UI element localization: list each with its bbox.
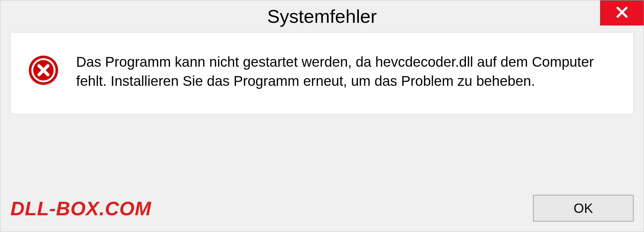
close-button[interactable] — [600, 0, 644, 25]
error-dialog: Systemfehler Das Programm kann nicht ges… — [0, 0, 644, 232]
error-message: Das Programm kann nicht gestartet werden… — [76, 53, 616, 91]
error-icon — [28, 53, 59, 88]
ok-button[interactable]: OK — [533, 195, 634, 222]
content-area: Das Programm kann nicht gestartet werden… — [10, 32, 634, 114]
dialog-title: Systemfehler — [267, 5, 377, 27]
watermark-text: DLL-BOX.COM — [10, 197, 151, 220]
footer: DLL-BOX.COM OK — [10, 195, 634, 222]
titlebar: Systemfehler — [0, 0, 644, 32]
close-icon — [614, 5, 630, 21]
